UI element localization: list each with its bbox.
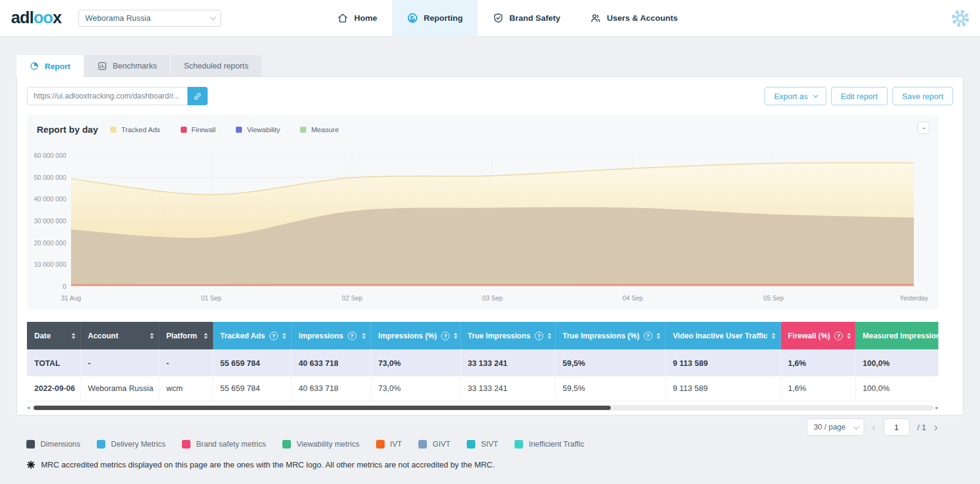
column-header-impressions[interactable]: Impressions?: [291, 322, 371, 349]
chevron-down-icon: [813, 92, 818, 97]
legend-delivery-metrics: Delivery Metrics: [97, 440, 165, 449]
column-label: Firewall (%): [788, 332, 831, 340]
legend-swatch: [514, 440, 523, 449]
info-icon[interactable]: ?: [441, 332, 450, 340]
save-report-button[interactable]: Save report: [892, 87, 953, 105]
column-header-tracked-ads[interactable]: Tracked Ads?: [213, 322, 291, 349]
legend-label: GIVT: [432, 440, 450, 449]
info-icon[interactable]: ?: [834, 332, 843, 340]
nav-users-accounts[interactable]: Users & Accounts: [575, 0, 693, 36]
nav-brand-safety[interactable]: Brand Safety: [478, 0, 575, 36]
scroll-left-icon[interactable]: ◂: [27, 405, 30, 411]
table-row[interactable]: 2022-09-06 Weborama Russia wcm 55 659 78…: [27, 376, 938, 401]
tab-scheduled-reports-label: Scheduled reports: [184, 61, 249, 70]
column-header-date[interactable]: Date: [27, 322, 80, 349]
legend-tracked-ads[interactable]: Tracked Ads: [110, 126, 160, 133]
copy-link-button[interactable]: [187, 87, 208, 105]
page-number-input[interactable]: [884, 419, 910, 436]
tab-scheduled-reports[interactable]: Scheduled reports: [171, 55, 262, 76]
prev-page-icon[interactable]: ‹: [872, 421, 876, 434]
info-icon[interactable]: ?: [644, 332, 652, 340]
collapse-chart-button[interactable]: -: [918, 122, 930, 134]
nav-users-accounts-label: Users & Accounts: [607, 13, 678, 23]
cell: Weborama Russia: [80, 376, 159, 401]
logo-text-end: x: [53, 9, 61, 27]
column-header-firewall-pct[interactable]: Firewall (%)?: [780, 322, 855, 349]
next-page-icon[interactable]: ›: [934, 421, 938, 434]
share-url-group: [27, 87, 208, 105]
chevron-down-icon: [853, 423, 859, 430]
home-icon: [337, 12, 349, 24]
table-total-row: TOTAL - - 55 659 784 40 633 718 73,0% 33…: [27, 349, 938, 376]
cell: 1,6%: [780, 349, 855, 376]
gear-icon[interactable]: [949, 7, 971, 32]
cell: 33 133 241: [460, 376, 555, 401]
column-header-true-impressions-pct[interactable]: True Impressions (%)?: [555, 322, 665, 349]
nav-brand-safety-label: Brand Safety: [510, 13, 560, 23]
legend-label: Delivery Metrics: [111, 440, 165, 449]
main-nav: Home Reporting Brand Safety Users & Acco…: [322, 0, 692, 36]
column-header-platform[interactable]: Platform: [159, 322, 213, 349]
sort-icon: [657, 333, 660, 339]
tab-benchmarks-label: Benchmarks: [113, 61, 157, 70]
x-axis-tick: 05 Sep: [763, 294, 783, 302]
cell: 59,5%: [555, 376, 665, 401]
legend-viewability[interactable]: Viewability: [236, 126, 280, 133]
export-as-button[interactable]: Export as: [764, 87, 826, 105]
edit-report-button[interactable]: Edit report: [831, 87, 888, 105]
x-axis-tick: 02 Sep: [342, 294, 362, 302]
logo-text: adl: [11, 9, 34, 27]
info-icon[interactable]: ?: [535, 332, 543, 340]
cell: 55 659 784: [213, 349, 291, 376]
info-icon[interactable]: ?: [348, 332, 356, 340]
info-icon[interactable]: ?: [270, 332, 278, 340]
column-header-video-inactive-user-traffic[interactable]: Video Inactive User Traffic: [665, 322, 780, 349]
y-axis-tick: 0: [29, 283, 66, 290]
cell: 100,0%: [855, 376, 938, 401]
adloox-logo[interactable]: adloox: [11, 9, 61, 28]
sort-icon: [282, 333, 286, 339]
nav-home[interactable]: Home: [322, 0, 392, 36]
column-header-impressions-pct[interactable]: Impressions (%)?: [371, 322, 460, 349]
scrollbar-track[interactable]: [32, 405, 934, 411]
x-axis-tick: 01 Sep: [201, 294, 221, 302]
chart-title: Report by day: [37, 124, 98, 135]
horizontal-scrollbar[interactable]: ◂ ▸: [27, 404, 938, 411]
legend-firewall[interactable]: Firewall: [181, 126, 216, 133]
nav-reporting[interactable]: Reporting: [392, 0, 478, 36]
page-size-select[interactable]: 30 / page: [807, 419, 864, 436]
sort-icon: [548, 333, 551, 339]
column-label: True Impressions (%): [563, 332, 639, 340]
tab-report[interactable]: Report: [17, 55, 83, 77]
share-url-input[interactable]: [27, 87, 187, 105]
column-header-measured-impressions[interactable]: Measured Impressions: [855, 322, 938, 349]
cell: 40 633 718: [291, 349, 371, 376]
scrollbar-thumb[interactable]: [34, 406, 611, 410]
column-label: Measured Impressions: [863, 332, 939, 340]
account-select[interactable]: Weborama Russia: [78, 10, 221, 27]
report-toolbar: Export as Edit report Save report: [27, 87, 953, 105]
legend-label: Dimensions: [40, 440, 80, 449]
cell: -: [80, 349, 159, 376]
export-as-label: Export as: [774, 92, 808, 101]
scroll-right-icon[interactable]: ▸: [935, 405, 938, 411]
x-axis-tick: 04 Sep: [622, 294, 643, 302]
column-header-account[interactable]: Account: [80, 322, 159, 349]
legend-swatch: [376, 440, 385, 449]
column-header-true-impressions[interactable]: True Impressions?: [460, 322, 555, 349]
page-size-value: 30 / page: [813, 423, 845, 431]
total-pages-label: / 1: [918, 423, 926, 432]
reporting-icon: [407, 12, 418, 24]
cell: 9 113 589: [665, 376, 780, 401]
legend-measure[interactable]: Measure: [300, 126, 339, 133]
cell: TOTAL: [27, 349, 80, 376]
report-panel: Export as Edit report Save report Report…: [17, 76, 963, 415]
y-axis-tick: 60 000 000: [29, 152, 66, 159]
cell: 9 113 589: [665, 349, 780, 376]
link-icon: [193, 92, 202, 101]
legend-swatch: [236, 127, 242, 133]
legend-swatch: [97, 440, 105, 449]
tab-benchmarks[interactable]: Benchmarks: [85, 55, 170, 76]
legend-ivt: IVT: [376, 440, 402, 449]
column-label: Tracked Ads: [221, 332, 265, 340]
